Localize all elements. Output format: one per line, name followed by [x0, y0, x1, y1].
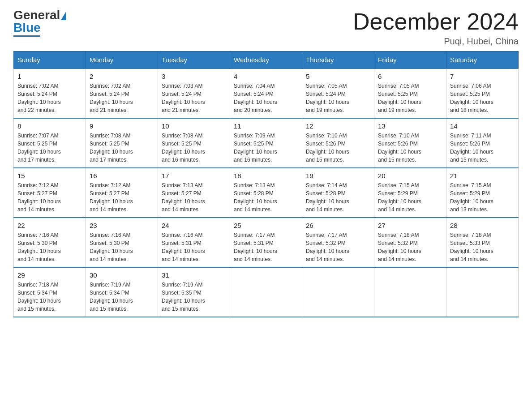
calendar-day: 18Sunrise: 7:13 AMSunset: 5:28 PMDayligh…	[230, 168, 302, 218]
day-info: Sunrise: 7:15 AMSunset: 5:29 PMDaylight:…	[378, 181, 442, 214]
day-info: Sunrise: 7:05 AMSunset: 5:25 PMDaylight:…	[378, 82, 442, 114]
calendar-day: 17Sunrise: 7:13 AMSunset: 5:27 PMDayligh…	[158, 168, 230, 218]
calendar-day: 14Sunrise: 7:11 AMSunset: 5:26 PMDayligh…	[446, 118, 519, 168]
calendar-day: 25Sunrise: 7:17 AMSunset: 5:31 PMDayligh…	[230, 218, 302, 267]
calendar-week-5: 29Sunrise: 7:18 AMSunset: 5:34 PMDayligh…	[14, 267, 519, 317]
calendar-week-3: 15Sunrise: 7:12 AMSunset: 5:27 PMDayligh…	[14, 168, 519, 218]
calendar-day: 30Sunrise: 7:19 AMSunset: 5:34 PMDayligh…	[86, 267, 158, 317]
day-info: Sunrise: 7:17 AMSunset: 5:31 PMDaylight:…	[234, 231, 298, 263]
day-number: 21	[450, 172, 515, 180]
day-number: 26	[306, 222, 370, 229]
day-number: 24	[162, 222, 226, 229]
calendar-week-2: 8Sunrise: 7:07 AMSunset: 5:25 PMDaylight…	[14, 118, 519, 168]
day-header-monday: Monday	[86, 51, 158, 69]
day-info: Sunrise: 7:02 AMSunset: 5:24 PMDaylight:…	[17, 82, 82, 114]
calendar-day: 4Sunrise: 7:04 AMSunset: 5:24 PMDaylight…	[230, 68, 302, 118]
day-header-tuesday: Tuesday	[158, 51, 230, 69]
calendar-day: 29Sunrise: 7:18 AMSunset: 5:34 PMDayligh…	[14, 267, 86, 317]
day-number: 14	[450, 122, 515, 130]
calendar-day	[446, 267, 519, 317]
day-number: 1	[17, 73, 82, 80]
day-info: Sunrise: 7:07 AMSunset: 5:25 PMDaylight:…	[17, 132, 82, 164]
page-header: General Blue December 2024 Puqi, Hubei, …	[13, 9, 519, 47]
day-number: 7	[450, 73, 515, 80]
calendar-day: 15Sunrise: 7:12 AMSunset: 5:27 PMDayligh…	[14, 168, 86, 218]
calendar-day: 20Sunrise: 7:15 AMSunset: 5:29 PMDayligh…	[374, 168, 446, 218]
calendar-day	[374, 267, 446, 317]
day-info: Sunrise: 7:05 AMSunset: 5:24 PMDaylight:…	[306, 82, 370, 114]
day-info: Sunrise: 7:02 AMSunset: 5:24 PMDaylight:…	[90, 82, 154, 114]
month-title: December 2024	[353, 9, 519, 34]
calendar-day: 6Sunrise: 7:05 AMSunset: 5:25 PMDaylight…	[374, 68, 446, 118]
day-number: 10	[162, 122, 226, 130]
calendar-week-1: 1Sunrise: 7:02 AMSunset: 5:24 PMDaylight…	[14, 68, 519, 118]
day-info: Sunrise: 7:09 AMSunset: 5:25 PMDaylight:…	[234, 132, 298, 164]
day-info: Sunrise: 7:06 AMSunset: 5:25 PMDaylight:…	[450, 82, 515, 114]
day-info: Sunrise: 7:04 AMSunset: 5:24 PMDaylight:…	[234, 82, 298, 114]
day-number: 8	[17, 122, 82, 130]
logo-general: General	[13, 9, 60, 21]
day-info: Sunrise: 7:08 AMSunset: 5:25 PMDaylight:…	[162, 132, 226, 164]
calendar-day: 27Sunrise: 7:18 AMSunset: 5:32 PMDayligh…	[374, 218, 446, 267]
day-info: Sunrise: 7:10 AMSunset: 5:26 PMDaylight:…	[378, 132, 442, 164]
title-block: December 2024 Puqi, Hubei, China	[353, 9, 519, 47]
day-info: Sunrise: 7:13 AMSunset: 5:27 PMDaylight:…	[162, 181, 226, 214]
day-info: Sunrise: 7:17 AMSunset: 5:32 PMDaylight:…	[306, 231, 370, 263]
day-info: Sunrise: 7:12 AMSunset: 5:27 PMDaylight:…	[17, 181, 82, 214]
calendar-day: 22Sunrise: 7:16 AMSunset: 5:30 PMDayligh…	[14, 218, 86, 267]
calendar-day: 3Sunrise: 7:03 AMSunset: 5:24 PMDaylight…	[158, 68, 230, 118]
calendar-header-row: SundayMondayTuesdayWednesdayThursdayFrid…	[14, 51, 519, 69]
day-info: Sunrise: 7:13 AMSunset: 5:28 PMDaylight:…	[234, 181, 298, 214]
day-number: 22	[17, 222, 82, 229]
calendar-day: 19Sunrise: 7:14 AMSunset: 5:28 PMDayligh…	[302, 168, 374, 218]
logo: General Blue	[13, 9, 66, 37]
calendar-day: 16Sunrise: 7:12 AMSunset: 5:27 PMDayligh…	[86, 168, 158, 218]
day-info: Sunrise: 7:14 AMSunset: 5:28 PMDaylight:…	[306, 181, 370, 214]
calendar-day: 2Sunrise: 7:02 AMSunset: 5:24 PMDaylight…	[86, 68, 158, 118]
day-number: 17	[162, 172, 226, 180]
calendar-day: 31Sunrise: 7:19 AMSunset: 5:35 PMDayligh…	[158, 267, 230, 317]
day-info: Sunrise: 7:16 AMSunset: 5:30 PMDaylight:…	[17, 231, 82, 263]
day-number: 13	[378, 122, 442, 130]
day-info: Sunrise: 7:18 AMSunset: 5:34 PMDaylight:…	[17, 281, 82, 313]
day-number: 23	[90, 222, 154, 229]
day-number: 12	[306, 122, 370, 130]
day-info: Sunrise: 7:10 AMSunset: 5:26 PMDaylight:…	[306, 132, 370, 164]
calendar-day: 8Sunrise: 7:07 AMSunset: 5:25 PMDaylight…	[14, 118, 86, 168]
day-header-sunday: Sunday	[14, 51, 86, 69]
logo-underline	[13, 35, 40, 37]
day-number: 9	[90, 122, 154, 130]
calendar-day: 13Sunrise: 7:10 AMSunset: 5:26 PMDayligh…	[374, 118, 446, 168]
day-number: 18	[234, 172, 298, 180]
day-number: 2	[90, 73, 154, 80]
day-number: 6	[378, 73, 442, 80]
day-number: 19	[306, 172, 370, 180]
logo-blue: Blue	[13, 21, 41, 34]
day-number: 25	[234, 222, 298, 229]
day-info: Sunrise: 7:15 AMSunset: 5:29 PMDaylight:…	[450, 181, 515, 214]
day-header-saturday: Saturday	[446, 51, 519, 69]
day-number: 15	[17, 172, 82, 180]
day-number: 28	[450, 222, 515, 229]
day-info: Sunrise: 7:08 AMSunset: 5:25 PMDaylight:…	[90, 132, 154, 164]
day-info: Sunrise: 7:18 AMSunset: 5:33 PMDaylight:…	[450, 231, 515, 263]
calendar-day: 21Sunrise: 7:15 AMSunset: 5:29 PMDayligh…	[446, 168, 519, 218]
calendar-day	[302, 267, 374, 317]
day-info: Sunrise: 7:19 AMSunset: 5:35 PMDaylight:…	[162, 281, 226, 313]
day-info: Sunrise: 7:19 AMSunset: 5:34 PMDaylight:…	[90, 281, 154, 313]
calendar-day: 7Sunrise: 7:06 AMSunset: 5:25 PMDaylight…	[446, 68, 519, 118]
day-number: 5	[306, 73, 370, 80]
calendar-day: 26Sunrise: 7:17 AMSunset: 5:32 PMDayligh…	[302, 218, 374, 267]
day-number: 4	[234, 73, 298, 80]
day-number: 3	[162, 73, 226, 80]
calendar-week-4: 22Sunrise: 7:16 AMSunset: 5:30 PMDayligh…	[14, 218, 519, 267]
calendar-day: 11Sunrise: 7:09 AMSunset: 5:25 PMDayligh…	[230, 118, 302, 168]
calendar-day: 1Sunrise: 7:02 AMSunset: 5:24 PMDaylight…	[14, 68, 86, 118]
day-number: 20	[378, 172, 442, 180]
day-info: Sunrise: 7:16 AMSunset: 5:31 PMDaylight:…	[162, 231, 226, 263]
calendar-day: 28Sunrise: 7:18 AMSunset: 5:33 PMDayligh…	[446, 218, 519, 267]
calendar-day: 12Sunrise: 7:10 AMSunset: 5:26 PMDayligh…	[302, 118, 374, 168]
day-info: Sunrise: 7:16 AMSunset: 5:30 PMDaylight:…	[90, 231, 154, 263]
day-info: Sunrise: 7:11 AMSunset: 5:26 PMDaylight:…	[450, 132, 515, 164]
calendar-day	[230, 267, 302, 317]
